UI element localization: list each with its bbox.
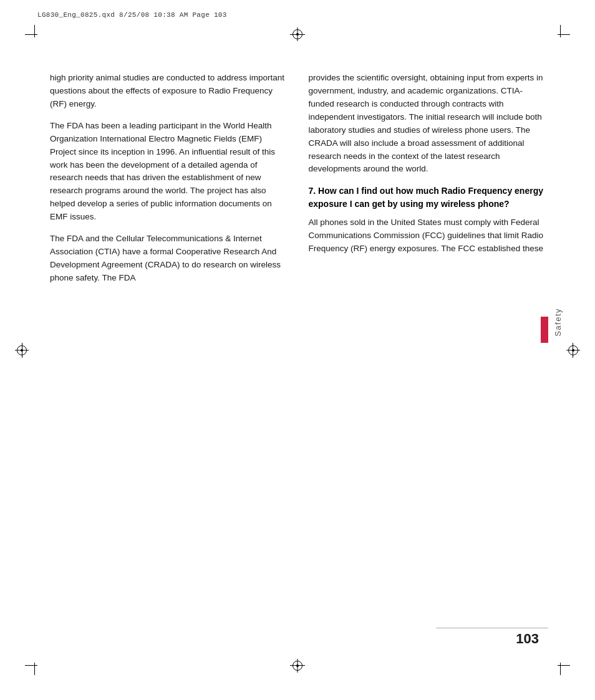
left-para-3: The FDA and the Cellular Telecommunicati…	[50, 233, 290, 285]
crop-mark-br-h	[558, 665, 570, 666]
header-text: LG830_Eng_0825.qxd 8/25/08 10:38 AM Page…	[37, 11, 227, 19]
content-area: high priority animal studies are conduct…	[50, 53, 548, 650]
left-column: high priority animal studies are conduct…	[50, 53, 290, 650]
right-para-2: All phones sold in the United States mus…	[309, 216, 549, 256]
page-container: LG830_Eng_0825.qxd 8/25/08 10:38 AM Page…	[0, 0, 595, 700]
left-para-1: high priority animal studies are conduct…	[50, 72, 290, 111]
reg-right-dot	[572, 349, 574, 352]
crop-mark-br-v	[560, 663, 561, 675]
safety-bar	[541, 317, 548, 343]
crop-mark-tr-v	[560, 25, 561, 37]
crop-mark-bl-h	[25, 665, 37, 666]
crop-mark-tr-h	[558, 34, 570, 35]
reg-top-dot	[296, 33, 299, 36]
page-number: 103	[516, 631, 539, 647]
section-heading-7: 7. How can I find out how much Radio Fre…	[309, 185, 549, 210]
right-column: provides the scientific oversight, obtai…	[309, 53, 549, 650]
page-header: LG830_Eng_0825.qxd 8/25/08 10:38 AM Page…	[37, 11, 558, 19]
bottom-rule	[436, 628, 548, 628]
reg-left-dot	[21, 349, 23, 352]
crop-mark-bl-v	[34, 663, 35, 675]
right-para-1: provides the scientific oversight, obtai…	[309, 72, 549, 176]
columns: high priority animal studies are conduct…	[50, 53, 548, 650]
reg-bot-dot	[296, 664, 299, 667]
safety-label: Safety	[553, 308, 563, 337]
left-para-2: The FDA has been a leading participant i…	[50, 120, 290, 224]
crop-mark-tl-h	[25, 34, 37, 35]
crop-mark-tl-v	[34, 25, 35, 37]
